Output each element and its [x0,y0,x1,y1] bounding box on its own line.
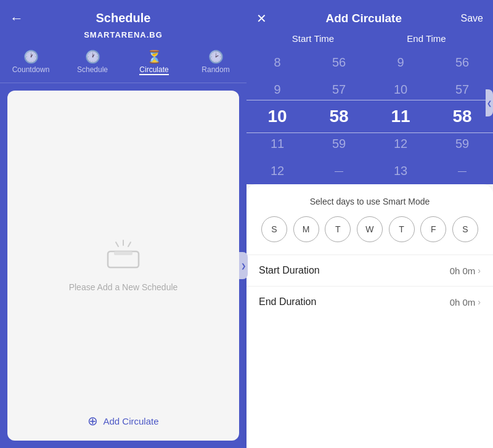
day-tuesday[interactable]: T [325,216,351,242]
start-hour-row-0: 8 [246,49,308,76]
dialog-title: Add Circulate [326,12,402,25]
empty-icon [105,239,142,272]
end-min-row-0: 56 [431,49,493,76]
start-hour-selected: 10 [246,103,308,130]
tab-circulate-label: Circulate [139,65,168,75]
day-saturday[interactable]: S [452,216,478,242]
right-panel: ✕ Add Circulate Save Start Time End Time… [246,0,493,448]
tab-countdown[interactable]: 🕐 Countdown [0,51,62,75]
smart-mode-label: Select days to use Smart Mode [259,197,481,206]
start-min-row-3: 59 [308,130,370,157]
bottom-section: Select days to use Smart Mode S M T W T … [246,184,493,448]
tab-bar: 🕐 Countdown 🕐 Schedule ⏳ Circulate 🕑 Ran… [0,46,246,83]
day-thursday[interactable]: T [389,216,415,242]
tab-circulate[interactable]: ⏳ Circulate [123,51,185,75]
svg-line-3 [116,242,118,246]
tab-random-label: Random [202,65,229,74]
panel-toggle-right[interactable]: ❮ [486,89,493,116]
end-minute-column[interactable]: 56 57 58 59 — [431,49,493,184]
page-title: Schedule [10,11,237,25]
svg-rect-1 [114,251,132,255]
start-time-label: Start Time [256,33,370,44]
time-picker-scroll[interactable]: 8 9 10 11 12 56 57 58 59 — 9 10 11 12 13 [246,49,493,184]
start-duration-value: 0h 0m › [450,266,481,276]
end-hour-row-1: 10 [370,76,431,103]
svg-line-4 [128,242,131,246]
start-duration-time: 0h 0m [450,266,476,276]
start-hour-row-3: 11 [246,130,308,157]
time-columns-header: Start Time End Time [246,33,493,49]
days-row: S M T W T F S [259,216,481,242]
empty-schedule-text: Please Add a New Schedule [69,282,178,292]
end-min-row-3: 59 [431,130,493,157]
start-duration-chevron: › [478,266,481,275]
tab-schedule-label: Schedule [77,65,108,74]
start-hour-row-1: 9 [246,76,308,103]
countdown-icon: 🕐 [23,51,39,63]
right-header: ✕ Add Circulate Save [246,0,493,26]
end-time-label: End Time [370,33,483,44]
end-duration-label: End Duration [259,296,316,307]
save-button[interactable]: Save [461,13,483,24]
start-duration-label: Start Duration [259,265,320,276]
tab-schedule[interactable]: 🕐 Schedule [62,51,123,75]
end-duration-time: 0h 0m [450,297,476,307]
end-duration-row[interactable]: End Duration 0h 0m › [259,287,481,317]
end-hour-row-4: 13 [370,157,431,184]
start-min-selected: 58 [308,103,370,130]
end-min-row-4: — [431,157,493,184]
circulate-icon: ⏳ [147,51,162,63]
tab-random[interactable]: 🕑 Random [185,51,246,75]
end-min-selected: 58 [431,103,493,130]
start-hour-row-4: 12 [246,157,308,184]
tab-countdown-label: Countdown [12,65,50,74]
end-hour-selected: 11 [370,103,431,130]
start-min-row-1: 57 [308,76,370,103]
add-circulate-button[interactable]: ⊕ Add Circulate [88,413,158,428]
day-wednesday[interactable]: W [357,216,383,242]
end-min-row-1: 57 [431,76,493,103]
left-panel: ← Schedule SMARTARENA.BG 🕐 Countdown 🕐 S… [0,0,246,448]
day-monday[interactable]: M [293,216,319,242]
day-sunday[interactable]: S [261,216,287,242]
left-header: ← Schedule [0,0,246,30]
schedule-icon: 🕐 [85,51,100,63]
end-hour-row-0: 9 [370,49,431,76]
random-icon: 🕑 [208,51,224,63]
start-duration-row[interactable]: Start Duration 0h 0m › [259,255,481,286]
add-circle-icon: ⊕ [88,413,98,428]
brand-text: SMARTARENA.BG [0,30,246,46]
start-minute-column[interactable]: 56 57 58 59 — [308,49,370,184]
time-picker-area: Start Time End Time 8 9 10 11 12 56 57 5… [246,26,493,184]
start-min-row-4: — [308,157,370,184]
end-hour-column[interactable]: 9 10 11 12 13 [370,49,431,184]
panel-toggle-left[interactable]: ❯ [239,252,248,279]
back-button[interactable]: ← [10,10,23,26]
close-button[interactable]: ✕ [256,11,267,26]
end-duration-value: 0h 0m › [450,297,481,307]
schedule-content: Please Add a New Schedule ⊕ Add Circulat… [7,91,239,441]
start-min-row-0: 56 [308,49,370,76]
day-friday[interactable]: F [420,216,446,242]
end-duration-chevron: › [478,297,481,307]
add-circulate-label: Add Circulate [103,416,158,426]
end-hour-row-3: 12 [370,130,431,157]
start-hour-column[interactable]: 8 9 10 11 12 [246,49,308,184]
